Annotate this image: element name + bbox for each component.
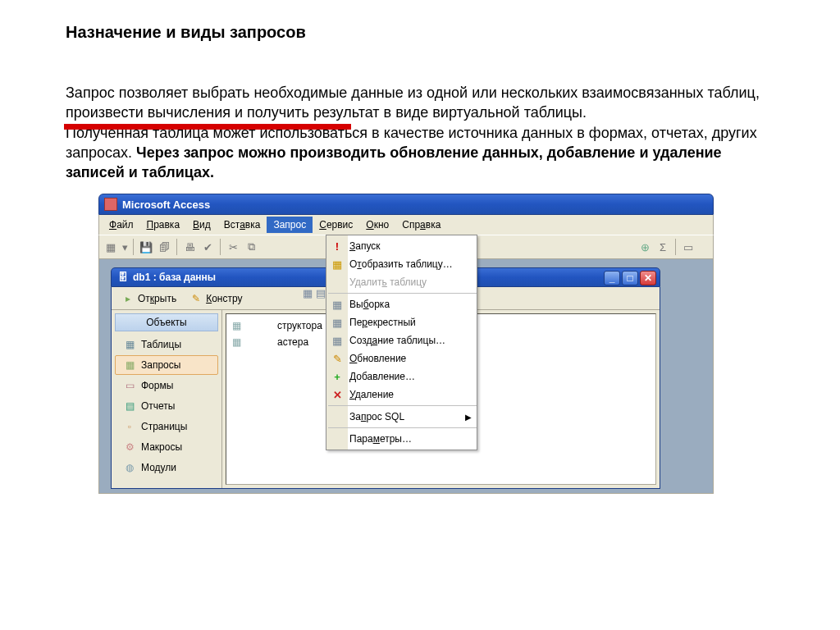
forms-icon: ▭ [123, 379, 136, 392]
app-title-text: Microsoft Access [122, 199, 210, 211]
red-underline [64, 124, 351, 130]
append-icon: + [330, 369, 345, 384]
design-icon: ✎ [189, 292, 203, 305]
body-text: Запрос позволяет выбрать необходимые дан… [66, 83, 774, 182]
spell-icon[interactable]: ✔ [199, 239, 216, 255]
menu-insert[interactable]: Вставка [217, 217, 267, 233]
menu-window[interactable]: Окно [359, 217, 395, 233]
make-table-icon: ▦ [330, 333, 345, 348]
create-wizard-icon: ▦ [230, 336, 243, 349]
paragraph-a: Запрос позволяет выбрать необходимые дан… [66, 84, 760, 121]
dropdown-arrow-icon[interactable]: ▾ [121, 239, 129, 255]
nav-forms[interactable]: ▭ Формы [115, 376, 218, 395]
objects-header: Объекты [115, 313, 218, 331]
design-button[interactable]: ✎ Констру [185, 290, 247, 307]
nav-modules[interactable]: ◍ Модули [115, 458, 218, 477]
menu-run[interactable]: ! Запуск [348, 237, 477, 255]
menu-crosstab[interactable]: ▦ Перекрестный [348, 313, 477, 331]
submenu-arrow-icon: ▶ [465, 413, 472, 422]
run-icon: ! [330, 239, 345, 253]
show-table-icon: ▦ [330, 257, 345, 272]
modules-icon: ◍ [123, 461, 136, 474]
maximize-button[interactable]: □ [622, 271, 638, 285]
open-icon: ▸ [121, 292, 135, 305]
tables-icon: ▦ [123, 338, 136, 351]
open-button[interactable]: ▸ Открыть [116, 290, 181, 307]
menu-file[interactable]: Файл [103, 217, 140, 233]
page-title: Назначение и виды запросов [66, 23, 774, 42]
crosstab-icon: ▦ [330, 315, 345, 330]
objects-panel: Объекты ▦ Таблицы ▦ Запросы ▭ [112, 310, 222, 488]
cut-icon[interactable]: ✂ [225, 239, 241, 255]
nav-reports[interactable]: ▤ Отчеты [115, 396, 218, 416]
properties-icon[interactable]: ▭ [680, 239, 696, 255]
query-dropdown: ! Запуск ▦ Отобразить таблицу… Удалить т… [326, 235, 477, 450]
menu-select-query[interactable]: ▦ Выборка [348, 295, 477, 313]
nav-pages[interactable]: ▫ Страницы [115, 417, 218, 436]
copy-icon[interactable]: ⧉ [243, 239, 259, 255]
print-preview-icon[interactable]: 🗐 [156, 239, 172, 255]
nav-macros[interactable]: ⚙ Макросы [115, 437, 218, 457]
menu-sql[interactable]: Запрос SQL ▶ [348, 408, 477, 426]
menu-update[interactable]: ✎ Обновление [348, 349, 477, 368]
menu-view[interactable]: Вид [186, 217, 217, 233]
update-icon: ✎ [330, 351, 345, 366]
access-key-icon [104, 198, 117, 211]
macros-icon: ⚙ [123, 441, 136, 454]
queries-icon: ▦ [123, 358, 136, 372]
sigma-icon[interactable]: Σ [655, 239, 671, 255]
menu-remove-table: Удалить таблицу [348, 273, 477, 291]
menu-bar: Файл Правка Вид Вставка Запрос Сервис Ок… [98, 215, 714, 235]
menu-delete[interactable]: ✕ Удаление [348, 386, 477, 404]
menu-service[interactable]: Сервис [313, 217, 359, 233]
db-window-title: db1 : база данны [133, 272, 216, 283]
small-icons-icon[interactable]: ▤ [316, 287, 326, 299]
menu-append[interactable]: + Добавление… [348, 368, 477, 386]
menu-parameters[interactable]: Параметры… [348, 430, 477, 448]
create-design-icon: ▦ [230, 319, 243, 332]
db-window-icon: 🗄 [116, 271, 130, 284]
nav-queries[interactable]: ▦ Запросы [115, 355, 218, 375]
save-icon[interactable]: 💾 [138, 239, 154, 255]
menu-make-table[interactable]: ▦ Создание таблицы… [348, 331, 477, 349]
menu-query[interactable]: Запрос [267, 217, 313, 233]
screenshot-container: Microsoft Access Файл Правка Вид Вставка… [98, 194, 714, 494]
large-icons-icon[interactable]: ▦ [303, 287, 313, 299]
reports-icon: ▤ [123, 399, 136, 413]
view-icon[interactable]: ▦ [103, 239, 119, 255]
bottom-fade [0, 556, 840, 630]
delete-icon: ✕ [330, 387, 345, 402]
pages-icon: ▫ [123, 420, 136, 433]
menu-help[interactable]: Справка [395, 217, 447, 233]
close-button[interactable]: ✕ [640, 271, 656, 285]
menu-edit[interactable]: Правка [140, 217, 187, 233]
totals-icon[interactable]: ⊕ [637, 239, 653, 255]
paragraph-bold: Через запрос можно производить обновлени… [66, 144, 722, 180]
menu-show-table[interactable]: ▦ Отобразить таблицу… [348, 255, 477, 273]
nav-tables[interactable]: ▦ Таблицы [115, 335, 218, 354]
select-query-icon: ▦ [330, 297, 345, 312]
app-titlebar: Microsoft Access [98, 194, 714, 215]
print-icon[interactable]: 🖶 [181, 239, 198, 255]
minimize-button[interactable]: _ [604, 271, 620, 285]
